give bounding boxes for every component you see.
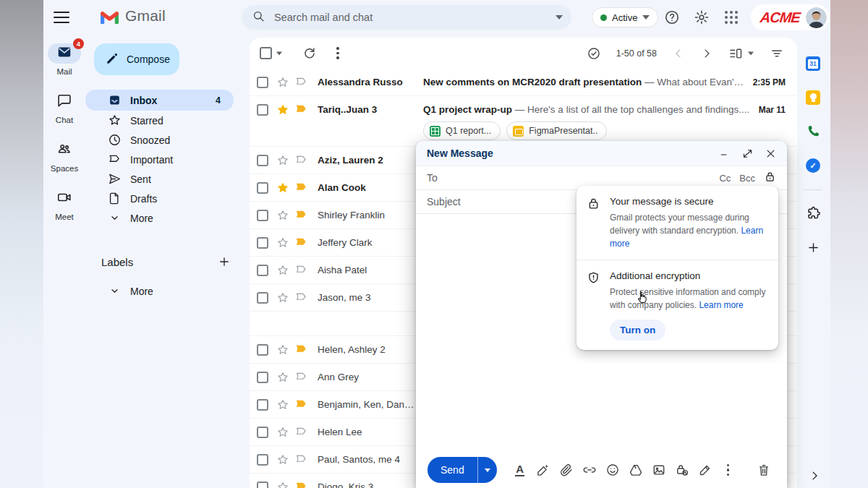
confidential-mode-lock-icon[interactable] (672, 460, 692, 480)
rail-item-spaces[interactable]: Spaces (48, 140, 81, 173)
importance-marker-icon[interactable] (294, 343, 308, 356)
help-icon[interactable] (663, 8, 681, 27)
check-circle-icon[interactable] (587, 46, 601, 61)
star-toggle-icon[interactable] (276, 236, 289, 249)
email-row[interactable]: Tariq..Juan 3 Q1 project wrap-up — Here'… (250, 96, 797, 147)
pen-spark-icon[interactable] (533, 460, 553, 480)
rail-item-mail[interactable]: 4 Mail (48, 43, 81, 76)
star-toggle-icon[interactable] (276, 453, 289, 466)
main-menu-icon[interactable] (54, 10, 71, 25)
importance-marker-icon[interactable] (294, 480, 308, 488)
row-checkbox[interactable] (257, 77, 268, 88)
newer-chevron-left-icon[interactable] (672, 47, 685, 60)
importance-marker-icon[interactable] (294, 153, 308, 167)
star-toggle-icon[interactable] (276, 264, 289, 277)
google-apps-grid-icon[interactable] (722, 8, 741, 27)
refresh-icon[interactable] (302, 46, 317, 61)
search-bar[interactable] (242, 5, 571, 30)
send-options-caret-icon[interactable] (477, 457, 497, 483)
tasks-icon[interactable] (800, 153, 826, 179)
reading-pane-toggle[interactable] (728, 46, 754, 61)
search-options-caret-icon[interactable] (556, 15, 563, 20)
encryption-learn-more-link[interactable]: Learn more (699, 300, 743, 310)
importance-marker-icon[interactable] (294, 75, 308, 89)
importance-marker-icon[interactable] (294, 425, 308, 439)
sidebar-item-starred[interactable]: Starred (85, 111, 234, 130)
row-checkbox[interactable] (257, 372, 268, 383)
pop-out-icon[interactable] (742, 148, 753, 159)
insert-emoji-icon[interactable] (603, 460, 623, 480)
star-toggle-icon[interactable] (276, 481, 289, 488)
row-checkbox[interactable] (257, 210, 268, 221)
attach-paperclip-icon[interactable] (556, 460, 576, 480)
more-options-icon[interactable] (718, 460, 739, 480)
sidebar-item-inbox[interactable]: Inbox 4 (85, 90, 234, 111)
formatting-options-icon[interactable] (510, 460, 530, 480)
search-input[interactable] (274, 12, 556, 23)
send-button[interactable]: Send (427, 457, 477, 483)
importance-marker-icon[interactable] (294, 291, 308, 304)
insert-from-drive-icon[interactable] (626, 460, 646, 480)
panel-collapse-chevron-icon[interactable] (804, 467, 825, 484)
insert-photo-icon[interactable] (649, 460, 669, 480)
importance-marker-icon[interactable] (294, 181, 308, 194)
star-toggle-icon[interactable] (276, 371, 289, 384)
importance-marker-icon[interactable] (294, 263, 308, 277)
row-checkbox[interactable] (257, 344, 268, 356)
cc-button[interactable]: Cc (719, 173, 731, 184)
rail-item-chat[interactable]: Chat (48, 92, 81, 124)
sidebar-item-more[interactable]: More (85, 208, 234, 228)
older-chevron-right-icon[interactable] (700, 47, 713, 60)
minimize-icon[interactable] (719, 148, 730, 159)
keep-icon[interactable] (800, 85, 826, 111)
attachment-chip[interactable]: Q1 report... (423, 121, 501, 140)
row-checkbox[interactable] (257, 399, 268, 411)
bcc-button[interactable]: Bcc (739, 173, 755, 184)
sidebar-item-important[interactable]: Important (85, 150, 234, 169)
sidebar-item-drafts[interactable]: Drafts (85, 189, 234, 208)
importance-marker-icon[interactable] (294, 236, 308, 249)
filter-icon[interactable] (770, 46, 784, 61)
avatar[interactable] (806, 7, 827, 28)
email-row[interactable]: Alessandra Russo New comments on MCR2020… (250, 69, 797, 96)
row-checkbox[interactable] (257, 481, 268, 488)
importance-marker-icon[interactable] (294, 398, 308, 411)
row-checkbox[interactable] (257, 292, 268, 304)
message-security-lock-icon[interactable] (764, 171, 776, 186)
discard-trash-icon[interactable] (754, 460, 774, 480)
close-icon[interactable] (765, 148, 776, 159)
insert-link-icon[interactable] (579, 460, 600, 480)
row-checkbox[interactable] (257, 155, 268, 166)
star-toggle-icon[interactable] (276, 76, 289, 89)
select-all-checkbox[interactable] (260, 47, 272, 59)
signature-pen-icon[interactable] (695, 460, 715, 480)
compose-button[interactable]: Compose (94, 43, 179, 75)
sidebar-item-sent[interactable]: Sent (85, 169, 234, 189)
select-caret-icon[interactable] (276, 51, 282, 55)
importance-marker-icon[interactable] (294, 103, 308, 116)
more-options-icon[interactable] (336, 47, 339, 59)
labels-more-item[interactable]: More (85, 281, 234, 301)
row-checkbox[interactable] (257, 237, 268, 249)
voice-phone-icon[interactable] (800, 119, 826, 145)
rail-item-meet[interactable]: Meet (48, 189, 81, 221)
calendar-icon[interactable]: 31 (800, 51, 826, 77)
star-toggle-icon[interactable] (276, 103, 289, 116)
compose-header[interactable]: New Message (416, 141, 787, 166)
star-toggle-icon[interactable] (276, 398, 289, 411)
active-status-dropdown[interactable]: Active (592, 7, 658, 27)
importance-marker-icon[interactable] (294, 453, 308, 466)
get-addons-plus-icon[interactable] (800, 234, 826, 260)
star-toggle-icon[interactable] (276, 181, 289, 194)
create-label-plus-icon[interactable] (218, 255, 231, 268)
star-toggle-icon[interactable] (276, 154, 289, 167)
importance-marker-icon[interactable] (294, 370, 308, 384)
turn-on-button[interactable]: Turn on (610, 320, 665, 341)
importance-marker-icon[interactable] (294, 208, 308, 222)
settings-gear-icon[interactable] (692, 8, 711, 27)
row-checkbox[interactable] (257, 265, 268, 276)
row-checkbox[interactable] (257, 427, 268, 438)
sidebar-item-snoozed[interactable]: Snoozed (85, 130, 234, 150)
attachment-chip[interactable]: FigmaPresentat.. (506, 121, 607, 140)
star-toggle-icon[interactable] (276, 291, 289, 304)
